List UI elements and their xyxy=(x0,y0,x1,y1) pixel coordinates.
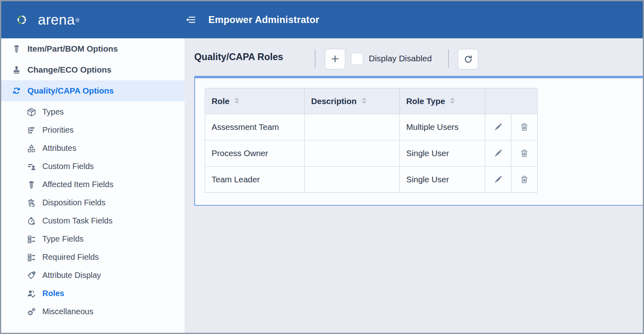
sidebar-item-label: Types xyxy=(42,107,64,117)
cell-role-type: Single User xyxy=(400,167,485,193)
collapse-sidebar-icon[interactable] xyxy=(183,14,199,26)
cell-description xyxy=(305,114,400,140)
sidebar-item-label: Custom Task Fields xyxy=(42,216,112,225)
sidebar-item-label: Disposition Fields xyxy=(42,198,106,207)
sidebar-item-roles[interactable]: Roles xyxy=(1,284,185,303)
shapes-icon xyxy=(26,143,36,153)
toolbar-divider xyxy=(315,49,316,68)
trash-recycle-icon xyxy=(26,198,36,208)
table-row: Assessment Team Multiple Users xyxy=(205,114,538,140)
column-header-actions xyxy=(485,88,538,114)
brand-name: arena® xyxy=(38,12,79,28)
sidebar-item-label: Type Fields xyxy=(42,234,83,244)
tag-info-icon xyxy=(26,270,36,280)
sidebar-item-quality-capa-options[interactable]: Quality/CAPA Options xyxy=(1,80,185,101)
sidebar-item-required-fields[interactable]: Required Fields xyxy=(1,248,185,266)
add-role-button[interactable]: + xyxy=(325,49,345,69)
roles-table: Role Description Role Type xyxy=(205,88,538,193)
sidebar-item-change-eco-options[interactable]: Change/ECO Options xyxy=(1,59,185,80)
delete-button[interactable] xyxy=(518,121,531,134)
edit-button[interactable] xyxy=(492,147,505,160)
arena-logo-icon xyxy=(12,9,31,30)
sidebar-item-label: Roles xyxy=(42,289,64,298)
sidebar-item-miscellaneous[interactable]: Miscellaneous xyxy=(1,303,185,321)
sidebar-item-types[interactable]: Types xyxy=(1,103,185,121)
sidebar-item-label: Attributes xyxy=(42,144,76,153)
sidebar-item-label: Miscellaneous xyxy=(42,307,93,316)
sync-icon xyxy=(11,86,21,96)
fields-person-icon xyxy=(26,161,36,171)
cell-role: Assessment Team xyxy=(205,114,305,140)
top-header: arena® Empower Administrator xyxy=(1,1,643,38)
sidebar-item-attributes[interactable]: Attributes xyxy=(1,139,185,157)
sort-icon[interactable] xyxy=(234,96,239,106)
sidebar-item-label: Custom Fields xyxy=(42,162,94,171)
table-row: Team Leader Single User xyxy=(205,167,538,193)
sidebar-item-custom-task-fields[interactable]: Custom Task Fields xyxy=(1,212,185,230)
edit-button[interactable] xyxy=(492,121,505,134)
plus-icon: + xyxy=(331,52,339,65)
refresh-button[interactable] xyxy=(458,49,478,69)
sidebar-item-affected-item-fields[interactable]: Affected Item Fields xyxy=(1,175,185,194)
column-header-role[interactable]: Role xyxy=(205,88,305,114)
cube-icon xyxy=(26,107,36,117)
sidebar-item-label: Affected Item Fields xyxy=(42,180,113,189)
gears-icon xyxy=(26,307,36,317)
refresh-icon xyxy=(463,54,473,64)
roles-panel: Role Description Role Type xyxy=(194,76,643,206)
checklist-icon xyxy=(26,252,36,262)
cell-description xyxy=(305,167,400,193)
sidebar-item-label: Quality/CAPA Options xyxy=(27,86,114,96)
table-header-row: Role Description Role Type xyxy=(205,88,538,114)
toolbar-divider xyxy=(448,49,449,68)
sort-icon[interactable] xyxy=(450,96,455,106)
screw-icon xyxy=(11,44,21,54)
cell-role: Process Owner xyxy=(205,140,305,167)
sidebar-item-label: Attribute Display xyxy=(42,271,101,280)
cell-role: Team Leader xyxy=(205,167,305,193)
page-app-title: Empower Administrator xyxy=(208,14,319,25)
roles-check-icon xyxy=(26,288,36,299)
sidebar-item-label: Item/Part/BOM Options xyxy=(27,44,118,54)
admin-sidebar: Item/Part/BOM Options Change/ECO Options… xyxy=(1,38,185,333)
display-disabled-checkbox[interactable] xyxy=(351,53,363,65)
delete-button[interactable] xyxy=(518,173,531,186)
cell-role-type: Single User xyxy=(400,140,485,167)
sidebar-item-label: Required Fields xyxy=(42,253,99,262)
brand: arena® xyxy=(12,9,183,30)
sidebar-item-disposition-fields[interactable]: Disposition Fields xyxy=(1,194,185,212)
main-content: Quality/CAPA Roles + Display Disabled xyxy=(185,38,643,333)
sidebar-item-label: Priorities xyxy=(42,125,74,135)
stopwatch-check-icon xyxy=(26,216,36,226)
edit-button[interactable] xyxy=(492,173,505,186)
sidebar-item-attribute-display[interactable]: Attribute Display xyxy=(1,266,185,284)
checklist-icon xyxy=(26,234,36,244)
table-row: Process Owner Single User xyxy=(205,140,538,167)
sort-icon[interactable] xyxy=(361,96,367,106)
cell-description xyxy=(305,140,400,167)
cell-role-type: Multiple Users xyxy=(400,114,485,140)
delete-button[interactable] xyxy=(518,147,531,160)
priority-bars-icon xyxy=(26,125,36,135)
sidebar-item-type-fields[interactable]: Type Fields xyxy=(1,230,185,248)
sidebar-item-priorities[interactable]: Priorities xyxy=(1,121,185,139)
column-header-description[interactable]: Description xyxy=(305,88,400,114)
page-title: Quality/CAPA Roles xyxy=(194,52,283,63)
column-header-role-type[interactable]: Role Type xyxy=(400,88,485,114)
screw-icon xyxy=(26,180,36,190)
sidebar-item-custom-fields[interactable]: Custom Fields xyxy=(1,157,185,175)
app-window: arena® Empower Administrator Item/Part/B… xyxy=(0,0,644,334)
sidebar-item-label: Change/ECO Options xyxy=(27,65,111,75)
stamp-icon xyxy=(11,65,21,75)
sidebar-item-item-part-bom-options[interactable]: Item/Part/BOM Options xyxy=(1,38,185,59)
display-disabled-label[interactable]: Display Disabled xyxy=(369,54,432,63)
